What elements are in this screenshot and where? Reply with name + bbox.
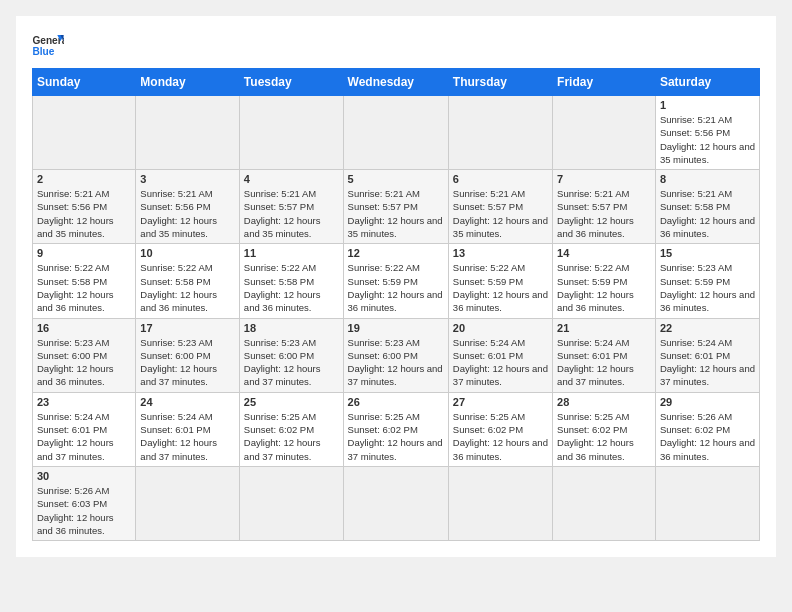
- day-number: 9: [37, 247, 131, 259]
- calendar-cell-26: 26Sunrise: 5:25 AMSunset: 6:02 PMDayligh…: [343, 392, 448, 466]
- calendar-week-5: 30Sunrise: 5:26 AMSunset: 6:03 PMDayligh…: [33, 466, 760, 540]
- calendar-cell-empty: [239, 466, 343, 540]
- calendar-cell-5: 5Sunrise: 5:21 AMSunset: 5:57 PMDaylight…: [343, 170, 448, 244]
- day-info: Sunrise: 5:21 AMSunset: 5:57 PMDaylight:…: [557, 187, 651, 240]
- day-info: Sunrise: 5:24 AMSunset: 6:01 PMDaylight:…: [557, 336, 651, 389]
- calendar-cell-empty: [343, 96, 448, 170]
- day-number: 2: [37, 173, 131, 185]
- day-number: 3: [140, 173, 235, 185]
- calendar-cell-2: 2Sunrise: 5:21 AMSunset: 5:56 PMDaylight…: [33, 170, 136, 244]
- calendar-cell-11: 11Sunrise: 5:22 AMSunset: 5:58 PMDayligh…: [239, 244, 343, 318]
- calendar-cell-20: 20Sunrise: 5:24 AMSunset: 6:01 PMDayligh…: [448, 318, 552, 392]
- calendar-cell-1: 1Sunrise: 5:21 AMSunset: 5:56 PMDaylight…: [655, 96, 759, 170]
- day-info: Sunrise: 5:25 AMSunset: 6:02 PMDaylight:…: [557, 410, 651, 463]
- weekday-header-sunday: Sunday: [33, 69, 136, 96]
- day-info: Sunrise: 5:22 AMSunset: 5:59 PMDaylight:…: [557, 261, 651, 314]
- day-info: Sunrise: 5:23 AMSunset: 5:59 PMDaylight:…: [660, 261, 755, 314]
- calendar-cell-3: 3Sunrise: 5:21 AMSunset: 5:56 PMDaylight…: [136, 170, 240, 244]
- weekday-header-friday: Friday: [553, 69, 656, 96]
- svg-text:Blue: Blue: [32, 46, 54, 57]
- calendar-week-2: 9Sunrise: 5:22 AMSunset: 5:58 PMDaylight…: [33, 244, 760, 318]
- day-number: 4: [244, 173, 339, 185]
- day-info: Sunrise: 5:24 AMSunset: 6:01 PMDaylight:…: [37, 410, 131, 463]
- day-number: 28: [557, 396, 651, 408]
- day-info: Sunrise: 5:21 AMSunset: 5:58 PMDaylight:…: [660, 187, 755, 240]
- calendar-cell-23: 23Sunrise: 5:24 AMSunset: 6:01 PMDayligh…: [33, 392, 136, 466]
- calendar-cell-empty: [553, 96, 656, 170]
- day-number: 29: [660, 396, 755, 408]
- calendar-cell-empty: [448, 96, 552, 170]
- day-number: 22: [660, 322, 755, 334]
- calendar-cell-empty: [655, 466, 759, 540]
- day-info: Sunrise: 5:21 AMSunset: 5:56 PMDaylight:…: [37, 187, 131, 240]
- day-number: 1: [660, 99, 755, 111]
- day-info: Sunrise: 5:25 AMSunset: 6:02 PMDaylight:…: [453, 410, 548, 463]
- weekday-header-thursday: Thursday: [448, 69, 552, 96]
- weekday-header-wednesday: Wednesday: [343, 69, 448, 96]
- calendar-week-3: 16Sunrise: 5:23 AMSunset: 6:00 PMDayligh…: [33, 318, 760, 392]
- calendar-cell-empty: [33, 96, 136, 170]
- day-number: 20: [453, 322, 548, 334]
- calendar-cell-14: 14Sunrise: 5:22 AMSunset: 5:59 PMDayligh…: [553, 244, 656, 318]
- weekday-header-row: SundayMondayTuesdayWednesdayThursdayFrid…: [33, 69, 760, 96]
- calendar-cell-15: 15Sunrise: 5:23 AMSunset: 5:59 PMDayligh…: [655, 244, 759, 318]
- day-info: Sunrise: 5:22 AMSunset: 5:59 PMDaylight:…: [348, 261, 444, 314]
- calendar-cell-22: 22Sunrise: 5:24 AMSunset: 6:01 PMDayligh…: [655, 318, 759, 392]
- calendar-cell-19: 19Sunrise: 5:23 AMSunset: 6:00 PMDayligh…: [343, 318, 448, 392]
- calendar-week-4: 23Sunrise: 5:24 AMSunset: 6:01 PMDayligh…: [33, 392, 760, 466]
- calendar-cell-10: 10Sunrise: 5:22 AMSunset: 5:58 PMDayligh…: [136, 244, 240, 318]
- weekday-header-tuesday: Tuesday: [239, 69, 343, 96]
- day-info: Sunrise: 5:25 AMSunset: 6:02 PMDaylight:…: [348, 410, 444, 463]
- calendar-cell-6: 6Sunrise: 5:21 AMSunset: 5:57 PMDaylight…: [448, 170, 552, 244]
- day-number: 11: [244, 247, 339, 259]
- day-number: 12: [348, 247, 444, 259]
- calendar-cell-empty: [553, 466, 656, 540]
- day-info: Sunrise: 5:21 AMSunset: 5:57 PMDaylight:…: [244, 187, 339, 240]
- calendar-cell-17: 17Sunrise: 5:23 AMSunset: 6:00 PMDayligh…: [136, 318, 240, 392]
- calendar-cell-12: 12Sunrise: 5:22 AMSunset: 5:59 PMDayligh…: [343, 244, 448, 318]
- day-number: 14: [557, 247, 651, 259]
- day-number: 24: [140, 396, 235, 408]
- day-info: Sunrise: 5:23 AMSunset: 6:00 PMDaylight:…: [244, 336, 339, 389]
- logo: General Blue: [32, 32, 64, 60]
- day-info: Sunrise: 5:22 AMSunset: 5:59 PMDaylight:…: [453, 261, 548, 314]
- day-info: Sunrise: 5:24 AMSunset: 6:01 PMDaylight:…: [140, 410, 235, 463]
- weekday-header-monday: Monday: [136, 69, 240, 96]
- day-number: 25: [244, 396, 339, 408]
- calendar-page: General Blue SundayMondayTuesdayWednesda…: [16, 16, 776, 557]
- day-number: 26: [348, 396, 444, 408]
- day-info: Sunrise: 5:26 AMSunset: 6:03 PMDaylight:…: [37, 484, 131, 537]
- calendar-cell-21: 21Sunrise: 5:24 AMSunset: 6:01 PMDayligh…: [553, 318, 656, 392]
- day-info: Sunrise: 5:24 AMSunset: 6:01 PMDaylight:…: [453, 336, 548, 389]
- calendar-cell-8: 8Sunrise: 5:21 AMSunset: 5:58 PMDaylight…: [655, 170, 759, 244]
- day-info: Sunrise: 5:24 AMSunset: 6:01 PMDaylight:…: [660, 336, 755, 389]
- calendar-cell-13: 13Sunrise: 5:22 AMSunset: 5:59 PMDayligh…: [448, 244, 552, 318]
- day-number: 5: [348, 173, 444, 185]
- day-number: 17: [140, 322, 235, 334]
- calendar-cell-24: 24Sunrise: 5:24 AMSunset: 6:01 PMDayligh…: [136, 392, 240, 466]
- day-number: 15: [660, 247, 755, 259]
- day-info: Sunrise: 5:22 AMSunset: 5:58 PMDaylight:…: [244, 261, 339, 314]
- calendar-cell-7: 7Sunrise: 5:21 AMSunset: 5:57 PMDaylight…: [553, 170, 656, 244]
- calendar-cell-9: 9Sunrise: 5:22 AMSunset: 5:58 PMDaylight…: [33, 244, 136, 318]
- calendar-header: SundayMondayTuesdayWednesdayThursdayFrid…: [33, 69, 760, 96]
- day-number: 7: [557, 173, 651, 185]
- calendar-cell-empty: [239, 96, 343, 170]
- calendar-table: SundayMondayTuesdayWednesdayThursdayFrid…: [32, 68, 760, 541]
- day-info: Sunrise: 5:21 AMSunset: 5:57 PMDaylight:…: [348, 187, 444, 240]
- day-info: Sunrise: 5:26 AMSunset: 6:02 PMDaylight:…: [660, 410, 755, 463]
- calendar-cell-empty: [448, 466, 552, 540]
- day-info: Sunrise: 5:21 AMSunset: 5:56 PMDaylight:…: [660, 113, 755, 166]
- day-number: 6: [453, 173, 548, 185]
- day-info: Sunrise: 5:21 AMSunset: 5:57 PMDaylight:…: [453, 187, 548, 240]
- day-number: 8: [660, 173, 755, 185]
- calendar-cell-empty: [136, 96, 240, 170]
- calendar-cell-27: 27Sunrise: 5:25 AMSunset: 6:02 PMDayligh…: [448, 392, 552, 466]
- calendar-body: 1Sunrise: 5:21 AMSunset: 5:56 PMDaylight…: [33, 96, 760, 541]
- calendar-cell-empty: [136, 466, 240, 540]
- calendar-cell-empty: [343, 466, 448, 540]
- page-header: General Blue: [32, 32, 760, 60]
- day-number: 21: [557, 322, 651, 334]
- day-info: Sunrise: 5:21 AMSunset: 5:56 PMDaylight:…: [140, 187, 235, 240]
- day-number: 13: [453, 247, 548, 259]
